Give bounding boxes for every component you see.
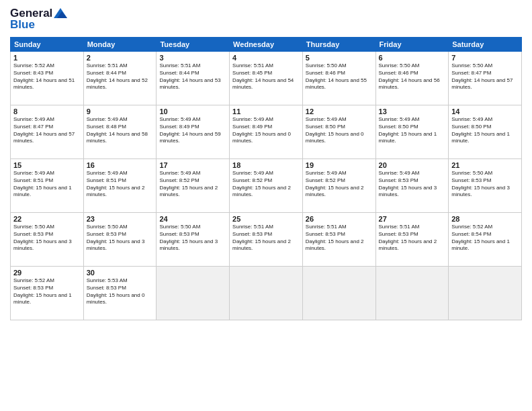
day-info: Sunrise: 5:49 AMSunset: 8:50 PMDaylight:… xyxy=(379,116,446,145)
weekday-header: Wednesday xyxy=(230,38,303,52)
day-number: 21 xyxy=(451,161,519,169)
day-number: 7 xyxy=(451,54,519,62)
calendar-body: 1Sunrise: 5:52 AMSunset: 8:43 PMDaylight… xyxy=(11,52,522,320)
logo-blue: Blue xyxy=(10,18,35,32)
logo-icon xyxy=(54,8,67,18)
day-info: Sunrise: 5:51 AMSunset: 8:53 PMDaylight:… xyxy=(306,224,373,253)
day-info: Sunrise: 5:50 AMSunset: 8:53 PMDaylight:… xyxy=(13,224,81,253)
day-info: Sunrise: 5:53 AMSunset: 8:53 PMDaylight:… xyxy=(87,277,154,306)
day-info: Sunrise: 5:49 AMSunset: 8:52 PMDaylight:… xyxy=(232,170,300,199)
day-number: 8 xyxy=(13,107,81,116)
calendar-day-cell: 15Sunrise: 5:49 AMSunset: 8:51 PMDayligh… xyxy=(11,159,84,213)
day-number: 17 xyxy=(159,161,226,169)
day-info: Sunrise: 5:52 AMSunset: 8:43 PMDaylight:… xyxy=(13,62,81,91)
calendar-day-cell: 21Sunrise: 5:50 AMSunset: 8:53 PMDayligh… xyxy=(449,159,522,213)
calendar-day-cell: 29Sunrise: 5:52 AMSunset: 8:53 PMDayligh… xyxy=(11,267,84,320)
day-info: Sunrise: 5:52 AMSunset: 8:53 PMDaylight:… xyxy=(13,277,81,306)
day-info: Sunrise: 5:49 AMSunset: 8:52 PMDaylight:… xyxy=(159,170,226,199)
day-number: 9 xyxy=(87,107,154,116)
day-info: Sunrise: 5:49 AMSunset: 8:51 PMDaylight:… xyxy=(87,170,154,199)
day-number: 22 xyxy=(13,215,81,223)
calendar-day-cell: 7Sunrise: 5:50 AMSunset: 8:47 PMDaylight… xyxy=(449,52,522,105)
calendar-day-cell: 16Sunrise: 5:49 AMSunset: 8:51 PMDayligh… xyxy=(83,159,157,213)
day-number: 10 xyxy=(159,107,226,116)
calendar-day-cell: 27Sunrise: 5:51 AMSunset: 8:53 PMDayligh… xyxy=(375,213,449,267)
calendar-day-cell: 13Sunrise: 5:49 AMSunset: 8:50 PMDayligh… xyxy=(375,105,449,159)
logo: General Blue xyxy=(10,7,67,32)
day-number: 28 xyxy=(451,215,519,223)
calendar-week-row: 22Sunrise: 5:50 AMSunset: 8:53 PMDayligh… xyxy=(11,213,522,267)
day-number: 12 xyxy=(306,107,373,116)
calendar-day-cell: 25Sunrise: 5:51 AMSunset: 8:53 PMDayligh… xyxy=(230,213,303,267)
calendar-day-cell: 28Sunrise: 5:52 AMSunset: 8:54 PMDayligh… xyxy=(449,213,522,267)
day-number: 3 xyxy=(159,54,226,62)
calendar-day-cell: 12Sunrise: 5:49 AMSunset: 8:50 PMDayligh… xyxy=(302,105,375,159)
calendar-day-cell: 3Sunrise: 5:51 AMSunset: 8:44 PMDaylight… xyxy=(157,52,230,105)
weekday-header: Monday xyxy=(83,38,157,52)
calendar-day-cell: 17Sunrise: 5:49 AMSunset: 8:52 PMDayligh… xyxy=(157,159,230,213)
calendar-day-cell: 20Sunrise: 5:49 AMSunset: 8:53 PMDayligh… xyxy=(375,159,449,213)
calendar-week-row: 15Sunrise: 5:49 AMSunset: 8:51 PMDayligh… xyxy=(11,159,522,213)
calendar-week-row: 29Sunrise: 5:52 AMSunset: 8:53 PMDayligh… xyxy=(11,267,522,320)
day-number: 11 xyxy=(232,107,300,116)
calendar-table: SundayMondayTuesdayWednesdayThursdayFrid… xyxy=(10,37,522,320)
day-info: Sunrise: 5:49 AMSunset: 8:49 PMDaylight:… xyxy=(159,116,226,145)
calendar-day-cell: 9Sunrise: 5:49 AMSunset: 8:48 PMDaylight… xyxy=(83,105,157,159)
day-number: 23 xyxy=(87,215,154,223)
day-info: Sunrise: 5:50 AMSunset: 8:53 PMDaylight:… xyxy=(451,170,519,199)
calendar-day-cell: 6Sunrise: 5:50 AMSunset: 8:46 PMDaylight… xyxy=(375,52,449,105)
day-info: Sunrise: 5:49 AMSunset: 8:51 PMDaylight:… xyxy=(13,170,81,199)
day-number: 14 xyxy=(451,107,519,116)
day-number: 26 xyxy=(306,215,373,223)
calendar-header-row: SundayMondayTuesdayWednesdayThursdayFrid… xyxy=(11,38,522,52)
day-info: Sunrise: 5:51 AMSunset: 8:53 PMDaylight:… xyxy=(232,224,300,253)
calendar-day-cell xyxy=(230,267,303,320)
day-number: 18 xyxy=(232,161,300,169)
calendar-week-row: 1Sunrise: 5:52 AMSunset: 8:43 PMDaylight… xyxy=(11,52,522,105)
weekday-header: Sunday xyxy=(11,38,84,52)
calendar-week-row: 8Sunrise: 5:49 AMSunset: 8:47 PMDaylight… xyxy=(11,105,522,159)
day-info: Sunrise: 5:49 AMSunset: 8:49 PMDaylight:… xyxy=(232,116,300,145)
calendar-day-cell: 30Sunrise: 5:53 AMSunset: 8:53 PMDayligh… xyxy=(83,267,157,320)
day-number: 4 xyxy=(232,54,300,62)
day-number: 5 xyxy=(306,54,373,62)
day-info: Sunrise: 5:51 AMSunset: 8:45 PMDaylight:… xyxy=(232,62,300,91)
weekday-header: Saturday xyxy=(449,38,522,52)
day-number: 25 xyxy=(232,215,300,223)
day-info: Sunrise: 5:51 AMSunset: 8:44 PMDaylight:… xyxy=(87,62,154,91)
calendar-day-cell: 23Sunrise: 5:50 AMSunset: 8:53 PMDayligh… xyxy=(83,213,157,267)
weekday-header: Thursday xyxy=(302,38,375,52)
calendar-day-cell: 11Sunrise: 5:49 AMSunset: 8:49 PMDayligh… xyxy=(230,105,303,159)
day-number: 2 xyxy=(87,54,154,62)
calendar-day-cell: 4Sunrise: 5:51 AMSunset: 8:45 PMDaylight… xyxy=(230,52,303,105)
page: General Blue SundayMondayTuesdayWednesda… xyxy=(0,0,532,411)
day-info: Sunrise: 5:49 AMSunset: 8:48 PMDaylight:… xyxy=(87,116,154,145)
day-info: Sunrise: 5:52 AMSunset: 8:54 PMDaylight:… xyxy=(451,224,519,253)
calendar-day-cell: 24Sunrise: 5:50 AMSunset: 8:53 PMDayligh… xyxy=(157,213,230,267)
calendar-day-cell: 26Sunrise: 5:51 AMSunset: 8:53 PMDayligh… xyxy=(302,213,375,267)
day-number: 27 xyxy=(379,215,446,223)
day-number: 30 xyxy=(87,269,154,277)
day-number: 13 xyxy=(379,107,446,116)
calendar-day-cell: 10Sunrise: 5:49 AMSunset: 8:49 PMDayligh… xyxy=(157,105,230,159)
day-info: Sunrise: 5:51 AMSunset: 8:53 PMDaylight:… xyxy=(379,224,446,253)
day-number: 16 xyxy=(87,161,154,169)
calendar-day-cell: 22Sunrise: 5:50 AMSunset: 8:53 PMDayligh… xyxy=(11,213,84,267)
day-info: Sunrise: 5:49 AMSunset: 8:50 PMDaylight:… xyxy=(451,116,519,145)
day-info: Sunrise: 5:50 AMSunset: 8:53 PMDaylight:… xyxy=(159,224,226,253)
day-number: 20 xyxy=(379,161,446,169)
day-info: Sunrise: 5:50 AMSunset: 8:53 PMDaylight:… xyxy=(87,224,154,253)
day-number: 29 xyxy=(13,269,81,277)
calendar-day-cell: 5Sunrise: 5:50 AMSunset: 8:46 PMDaylight… xyxy=(302,52,375,105)
calendar-day-cell: 18Sunrise: 5:49 AMSunset: 8:52 PMDayligh… xyxy=(230,159,303,213)
day-number: 19 xyxy=(306,161,373,169)
calendar-day-cell xyxy=(449,267,522,320)
calendar-day-cell: 2Sunrise: 5:51 AMSunset: 8:44 PMDaylight… xyxy=(83,52,157,105)
day-info: Sunrise: 5:49 AMSunset: 8:53 PMDaylight:… xyxy=(379,170,446,199)
weekday-header: Friday xyxy=(375,38,449,52)
day-info: Sunrise: 5:51 AMSunset: 8:44 PMDaylight:… xyxy=(159,62,226,91)
day-info: Sunrise: 5:49 AMSunset: 8:52 PMDaylight:… xyxy=(306,170,373,199)
calendar-day-cell: 14Sunrise: 5:49 AMSunset: 8:50 PMDayligh… xyxy=(449,105,522,159)
calendar-day-cell: 8Sunrise: 5:49 AMSunset: 8:47 PMDaylight… xyxy=(11,105,84,159)
day-number: 6 xyxy=(379,54,446,62)
